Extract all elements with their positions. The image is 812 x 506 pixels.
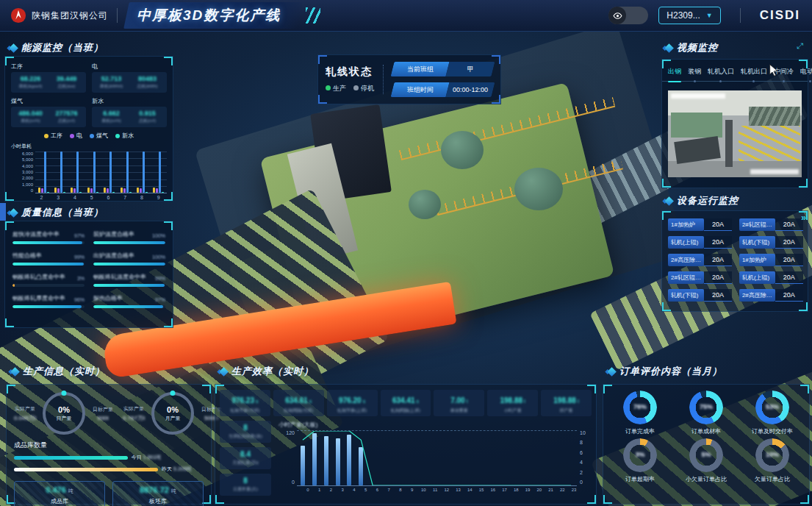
mill-cylinder	[514, 168, 563, 210]
diamond-icon	[9, 208, 18, 218]
equipment-item[interactable]: 2#轧区辊…20A	[668, 271, 732, 284]
divider	[117, 8, 118, 23]
cctv-machines	[671, 113, 722, 138]
order-completion-donut: 76% 订单完成率	[608, 391, 672, 435]
diamond-icon	[664, 196, 674, 206]
equipment-item[interactable]: 轧机(下辊)20A	[668, 289, 732, 302]
decor-slashes	[306, 7, 320, 24]
cctv-column	[725, 120, 733, 167]
company-logo: 陕钢集团汉钢公司	[10, 7, 108, 24]
app-title-banner: 中厚板3D数字化产线	[123, 2, 303, 29]
gray-dot-icon	[353, 85, 359, 90]
efficiency-panel-title: 生产效率（实时）	[231, 365, 314, 378]
hourly-output-chart: 小时产量(大板) 120 0 1086420 01234567891011121…	[271, 421, 592, 496]
quality-item: 装炉温度合格率100%	[93, 230, 165, 244]
tab-electric-heat[interactable]: 电动热	[800, 67, 812, 81]
heat-number-dropdown[interactable]: H2309... ▼	[658, 7, 720, 24]
quality-item: 探伤合格率97%	[93, 294, 165, 308]
legend-dot	[115, 134, 120, 138]
production-panel: 实际产量0.045万t 0% 日产量 目标产量900t 实际产量0.767万t …	[6, 384, 212, 505]
shift-time-ribbon: 班组时间 00:00-12:00	[391, 82, 495, 97]
quality-item: 性能合格率99%	[12, 252, 85, 266]
daily-output-gauge: 0% 日产量	[43, 392, 85, 435]
mill-cylinder	[441, 131, 484, 169]
equipment-item[interactable]: 2#轧区辊…20A	[739, 218, 803, 231]
equipment-item[interactable]: 轧机(下辊)20A	[739, 236, 803, 249]
equipment-item[interactable]: 轧机(上辊)20A	[668, 236, 732, 249]
eye-icon	[608, 7, 626, 24]
visibility-toggle[interactable]	[608, 7, 648, 24]
legend-dot	[90, 134, 94, 138]
company-logo-icon	[10, 7, 26, 24]
divider	[740, 8, 741, 23]
efficiency-side-card: 8.4月累轧量(万t)	[220, 447, 271, 469]
energy-group-water: 新水 6.662单耗(m³/t) 0.915总耗(m³)	[92, 97, 167, 127]
efficiency-stat-card: 634.61s轧制间隔(当班)	[273, 390, 324, 416]
small-shortage-orders-donut: 5% 小欠量订单占比	[674, 438, 739, 483]
daily-output-gauge-group: 实际产量0.045万t 0% 日产量 目标产量900t	[10, 392, 118, 435]
orders-panel: 76% 订单完成率 75% 订单成材率 53% 订单及时交付率 3% 订单超期率…	[603, 384, 810, 505]
edge-tab[interactable]	[0, 203, 6, 221]
legend-production: 生产	[326, 84, 346, 93]
equipment-panel-title: 设备运行监控	[677, 194, 739, 207]
legend-dot	[70, 134, 74, 138]
diamond-icon	[607, 367, 617, 377]
diamond-icon	[219, 367, 229, 377]
efficiency-side-card: 8日累件量(片)	[220, 474, 271, 496]
production-panel-header: 生产信息（实时）	[12, 365, 105, 378]
panel-expand-arrow-icon[interactable]: »	[801, 212, 806, 223]
tab-charging[interactable]: 装钢	[688, 67, 701, 81]
energy-group-process: 工序 68.226单耗(kgce/t) 39.449总耗(tce)	[11, 63, 86, 93]
video-panel-title: 视频监控	[677, 41, 718, 54]
quality-item: 钢板终轧温度命中率99%	[93, 273, 165, 287]
video-expand-icon[interactable]: ⤢	[797, 41, 803, 51]
equipment-item[interactable]: 2#高压除…20A	[668, 254, 732, 266]
diamond-icon	[10, 367, 20, 377]
energy-panel-title: 能源监控（当班）	[21, 41, 104, 54]
tab-mill-entry[interactable]: 轧机入口	[708, 67, 734, 81]
gauge-dot-icon	[62, 391, 67, 396]
hourly-chart-yaxis: 120 0	[279, 430, 297, 485]
hourly-chart-plot	[297, 430, 577, 486]
energy-chart-legend: 工序 电 煤气 新水	[5, 132, 173, 140]
mill-cylinder	[409, 190, 441, 219]
company-name: 陕钢集团汉钢公司	[32, 10, 108, 22]
efficiency-stat-card: 634.41s轧制间隔(上班)	[381, 390, 431, 416]
quality-item: 钢板终轧厚度命中率96%	[12, 294, 85, 308]
equipment-item[interactable]: 1#加热炉20A	[739, 254, 803, 266]
quality-panel-header: 质量信息（当班）	[10, 206, 104, 219]
tab-tapping[interactable]: 出钢	[668, 67, 681, 81]
equipment-item[interactable]: 2#高压除…20A	[739, 289, 803, 302]
gauge-dot-icon	[170, 391, 176, 396]
diamond-icon	[9, 43, 18, 53]
equipment-panel: 1#加热炉20A 2#轧区辊…20A 轧机(上辊)20A 轧机(下辊)20A 2…	[661, 210, 808, 312]
tab-mill-exit[interactable]: 轧机出口	[741, 67, 767, 81]
efficiency-stat-card: 7.00t单块重量	[434, 390, 484, 416]
energy-chart-plot	[35, 152, 167, 193]
energy-hourly-chart: 小时单耗 6,0005,0004,0003,0002,0001,0000 234…	[5, 140, 173, 200]
energy-chart-yaxis: 6,0005,0004,0003,0002,0001,0000	[11, 152, 35, 193]
equipment-item[interactable]: 1#加热炉20A	[668, 218, 732, 231]
quality-panel-title: 质量信息（当班）	[21, 206, 104, 219]
green-dot-icon	[326, 85, 331, 90]
efficiency-stat-card: 198.88t小时产量	[487, 390, 538, 416]
production-panel-title: 生产信息（实时）	[23, 365, 105, 378]
energy-group-gas: 煤气 486.040单耗(m³/t) 277576总耗(m³)	[11, 97, 86, 127]
efficiency-stat-card: 198.88t班产量	[541, 390, 592, 416]
energy-chart-xaxis: 23456789	[33, 195, 167, 200]
efficiency-panel: 976.23s轧制节奏(当班) 634.61s轧制间隔(当班) 976.20s轧…	[215, 384, 597, 505]
video-panel-header: 视频监控	[666, 41, 718, 54]
quality-panel: 超快冷温度命中率97% 装炉温度合格率100% 性能合格率99% 出炉温度合格率…	[4, 221, 173, 328]
line-status-panel: 轧线状态 生产 停机 当前班组 甲 班组时间 00:00-12:00	[317, 54, 501, 104]
slab-warehouse-card: 8876.72吨 板坯库	[112, 481, 204, 506]
current-shift-ribbon: 当前班组 甲	[391, 62, 495, 76]
quality-item: 超快冷温度命中率97%	[12, 230, 85, 244]
monthly-output-gauge-group: 实际产量0.767万t 0% 月产量 目标产量5000t	[118, 392, 227, 435]
orders-panel-title: 订单评价内容（当月）	[619, 365, 722, 378]
legend-stopped: 停机	[353, 84, 374, 93]
efficiency-stat-card: 976.20s轧制节奏(上班)	[327, 390, 378, 416]
legend-dot	[44, 134, 48, 138]
equipment-item[interactable]: 轧机(上辊)20A	[739, 271, 803, 284]
cctv-video-thumbnail[interactable]	[668, 90, 802, 177]
shortage-orders-donut: 10% 欠量订单占比	[740, 438, 805, 483]
